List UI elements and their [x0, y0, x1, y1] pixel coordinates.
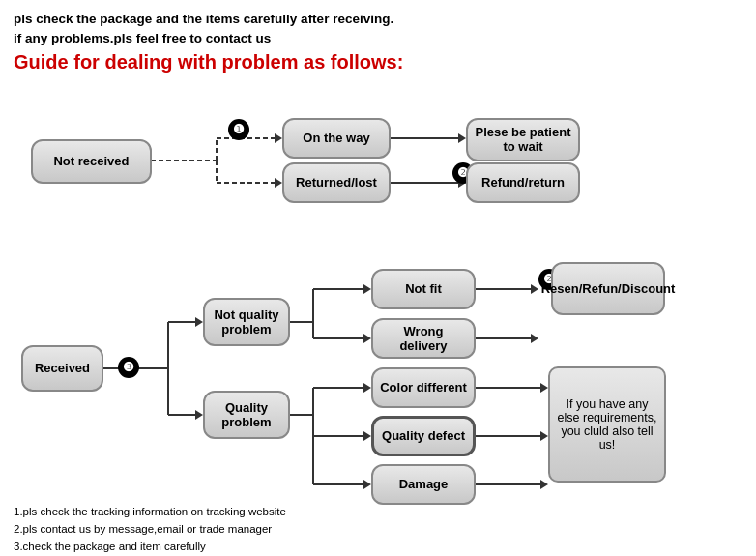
wrong-delivery-box: Wrong delivery [371, 318, 476, 359]
footnotes: 1.pls check the tracking information on … [14, 503, 742, 556]
badge-3: ❸ [118, 357, 139, 378]
svg-marker-21 [363, 284, 371, 294]
svg-marker-14 [195, 317, 203, 327]
header-line1: pls check the package and the items care… [14, 10, 742, 29]
color-different-box: Color different [371, 367, 476, 408]
svg-marker-36 [531, 284, 538, 294]
not-received-box: Not received [31, 139, 152, 184]
footnote-3: 3.check the package and item carefully [14, 538, 742, 555]
footnote-1: 1.pls check the tracking information on … [14, 503, 742, 520]
svg-marker-3 [275, 133, 282, 143]
svg-marker-28 [363, 383, 371, 393]
damage-box: Damage [371, 464, 476, 505]
footnote-2: 2.pls contact us by message,email or tra… [14, 520, 742, 538]
refund-return-box: Refund/return [466, 162, 580, 203]
svg-marker-17 [195, 410, 203, 420]
badge-1: ❶ [228, 119, 249, 140]
svg-marker-40 [540, 383, 548, 393]
flowchart: Not received ❶ On the way Returned/lost … [14, 83, 748, 499]
not-quality-problem-box: Not quality problem [203, 298, 290, 346]
svg-marker-31 [363, 431, 371, 441]
received-box: Received [21, 345, 103, 392]
if-you-have-box: If you have any else requirements, you c… [548, 366, 666, 483]
returned-lost-box: Returned/lost [282, 162, 391, 203]
header-line2: if any problems.pls feel free to contact… [14, 29, 742, 48]
on-the-way-box: On the way [282, 118, 391, 159]
svg-marker-44 [540, 480, 548, 489]
please-wait-box: Plese be patient to wait [466, 118, 580, 161]
svg-marker-34 [363, 480, 371, 489]
svg-marker-8 [458, 133, 466, 143]
svg-marker-38 [531, 334, 538, 343]
resen-refund-box: Resen/Refun/Discount [551, 262, 665, 315]
svg-marker-42 [540, 431, 548, 441]
svg-marker-6 [275, 178, 282, 188]
guide-title: Guide for dealing with problem as follow… [14, 51, 742, 73]
quality-defect-box: Quality defect [371, 416, 476, 456]
quality-problem-box: Quality problem [203, 391, 290, 439]
svg-marker-24 [363, 334, 371, 343]
not-fit-box: Not fit [371, 269, 476, 309]
